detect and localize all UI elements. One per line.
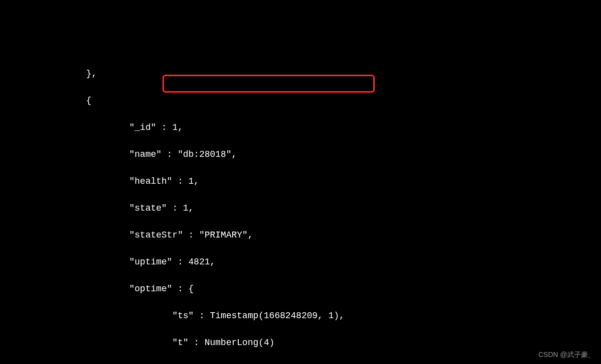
code-line: "ts" : Timestamp(1668248209, 1), [0,309,601,323]
code-line: "_id" : 1, [0,121,601,134]
code-line: }, [0,67,601,81]
code-line: "uptime" : 4821, [0,255,601,269]
terminal-output[interactable]: }, { "_id" : 1, "name" : "db:28018", "he… [0,54,601,364]
code-line: "health" : 1, [0,175,601,188]
code-line: "optime" : { [0,282,601,296]
code-line: { [0,94,601,108]
code-line: "t" : NumberLong(4) [0,336,601,350]
code-line: "name" : "db:28018", [0,148,601,161]
code-line: "state" : 1, [0,202,601,215]
code-line: "stateStr" : "PRIMARY", [0,229,601,242]
watermark-text: CSDN @武子豪、 [538,350,595,360]
